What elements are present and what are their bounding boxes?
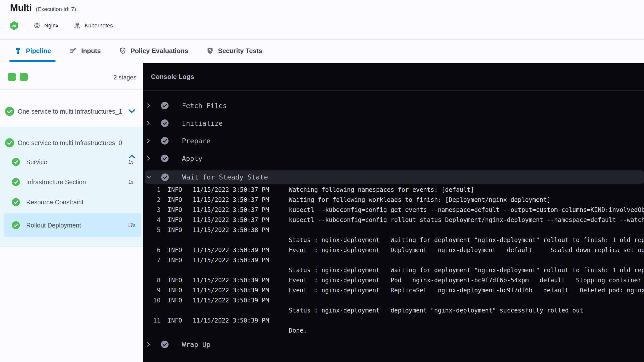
tab-pipeline[interactable]: Pipeline xyxy=(14,40,51,62)
log-timestamp: 11/15/2022 3:50:39 PM xyxy=(193,287,270,294)
log-timestamp: 11/15/2022 3:50:38 PM xyxy=(193,227,270,234)
log-line-number: 7 xyxy=(148,257,160,264)
log-section-initialize[interactable]: Initialize xyxy=(143,114,644,132)
log-section-wait-for-steady-state[interactable]: Wait for Steady State xyxy=(145,170,644,184)
log-message: kubectl --kubeconfig=config rollout stat… xyxy=(289,216,644,223)
log-level: INFO xyxy=(168,186,182,193)
tab-policy-evaluations[interactable]: Policy Evaluations xyxy=(119,40,188,62)
stage-count-label: 2 stages xyxy=(113,74,136,81)
log-message: Event : nginx-deployment Deployment ngin… xyxy=(289,247,644,254)
tab-inputs-label: Inputs xyxy=(81,47,101,55)
stage-item-infrastructures-1[interactable]: One service to multi Infrastructures_1 xyxy=(0,89,143,116)
log-line-number: 6 xyxy=(148,247,160,254)
success-check-icon xyxy=(12,158,20,166)
log-timestamp: 11/15/2022 3:50:39 PM xyxy=(193,277,270,284)
inputs-icon xyxy=(69,47,77,55)
stage-status-square[interactable] xyxy=(20,73,28,81)
tab-security-tests-label: Security Tests xyxy=(218,47,262,55)
title-row: Multi (Execution Id: 7) xyxy=(10,3,76,13)
log-line: 11 INFO 11/15/2022 3:50:39 PM xyxy=(143,315,644,326)
log-timestamp: 11/15/2022 3:50:37 PM xyxy=(193,186,270,193)
step-row-rollout-deployment[interactable]: Rollout Deployment 17s xyxy=(4,213,141,237)
log-level: INFO xyxy=(168,287,182,294)
log-section-label: Apply xyxy=(182,155,202,162)
success-check-icon xyxy=(161,173,169,181)
log-line-number: 4 xyxy=(148,216,160,223)
step-label: Rollout Deployment xyxy=(26,222,81,229)
log-message: Status : nginx-deployment Waiting for de… xyxy=(289,237,644,244)
log-message: Status : nginx-deployment Waiting for de… xyxy=(289,267,644,274)
page-title: Multi xyxy=(10,3,32,13)
log-section-prepare[interactable]: Prepare xyxy=(143,132,644,150)
log-section-label: Wrap Up xyxy=(182,341,211,348)
console-title: Console Logs xyxy=(151,73,194,81)
log-message: Watching following namespaces for events… xyxy=(289,186,644,193)
log-level: INFO xyxy=(168,206,182,213)
console-logs-panel: Console Logs Fetch Files Initialize xyxy=(143,63,644,362)
tab-security-tests[interactable]: Security Tests xyxy=(206,40,262,62)
service-name: Nginx xyxy=(44,22,58,29)
log-output: 1 INFO 11/15/2022 3:50:37 PM Watching fo… xyxy=(143,185,644,336)
log-message: Waiting for following workloads to finis… xyxy=(289,196,644,203)
chevron-right-icon[interactable] xyxy=(146,120,152,126)
chevron-down-icon[interactable] xyxy=(128,109,135,113)
execution-header: Multi (Execution Id: 7) ∞ Nginx xyxy=(0,0,644,40)
success-check-icon xyxy=(161,154,169,162)
chevron-down-icon[interactable] xyxy=(147,175,152,179)
stage-status-square[interactable] xyxy=(8,73,16,81)
log-line: 8 INFO 11/15/2022 3:50:39 PM Event : ngi… xyxy=(143,275,644,285)
success-check-icon xyxy=(12,221,20,229)
step-row-service[interactable]: Service 1s xyxy=(0,152,143,172)
log-line: 9 INFO 11/15/2022 3:50:39 PM Event : ngi… xyxy=(143,285,644,295)
log-level: INFO xyxy=(168,216,182,223)
success-check-icon xyxy=(161,137,169,145)
log-level: INFO xyxy=(168,196,182,203)
log-level: INFO xyxy=(168,277,182,284)
log-line-number: 8 xyxy=(148,277,160,284)
success-check-icon xyxy=(12,178,20,186)
log-timestamp: 11/15/2022 3:50:39 PM xyxy=(193,247,270,254)
console-header: Console Logs xyxy=(143,63,644,90)
success-check-icon xyxy=(12,198,20,206)
step-duration: 17s xyxy=(128,222,136,228)
chevron-right-icon[interactable] xyxy=(146,103,152,108)
log-section-label: Wait for Steady State xyxy=(182,173,268,181)
step-row-infrastructure-section[interactable]: Infrastructure Section 1s xyxy=(0,172,143,192)
stage-item-infrastructures-0[interactable]: One service to multi Infrastructures_0 xyxy=(0,127,143,148)
log-line: 6 INFO 11/15/2022 3:50:39 PM Event : ngi… xyxy=(143,245,644,255)
success-check-icon xyxy=(5,107,14,116)
step-duration: 1s xyxy=(128,179,134,185)
kubernetes-infra-icon xyxy=(73,22,81,29)
log-line-number: 10 xyxy=(148,297,160,304)
log-line-number: 3 xyxy=(148,206,160,213)
stage-title: One service to multi Infrastructures_0 xyxy=(0,138,143,148)
log-line: Done. xyxy=(143,326,644,336)
log-section-wrap-up[interactable]: Wrap Up xyxy=(143,336,644,353)
log-timestamp: 11/15/2022 3:50:37 PM xyxy=(193,196,270,203)
log-section-apply[interactable]: Apply xyxy=(143,150,644,167)
log-line-number: 5 xyxy=(148,227,160,234)
log-line-number: 11 xyxy=(148,317,160,324)
tab-pipeline-label: Pipeline xyxy=(26,47,51,55)
log-line: 10 INFO 11/15/2022 3:50:39 PM xyxy=(143,295,644,305)
tab-inputs[interactable]: Inputs xyxy=(69,40,101,62)
log-section-fetch-files[interactable]: Fetch Files xyxy=(143,97,644,114)
execution-tabs: Pipeline Inputs Policy Evaluations Secur… xyxy=(0,40,644,62)
service-meta[interactable]: Nginx xyxy=(33,22,58,29)
chevron-right-icon[interactable] xyxy=(146,342,152,347)
infrastructure-meta[interactable]: Kubernetes xyxy=(73,22,113,29)
step-label: Infrastructure Section xyxy=(26,178,86,186)
log-level: INFO xyxy=(168,227,182,234)
success-check-icon xyxy=(161,102,169,110)
log-section-label: Fetch Files xyxy=(182,102,227,110)
log-line: 2 INFO 11/15/2022 3:50:37 PM Waiting for… xyxy=(143,195,644,205)
chevron-right-icon[interactable] xyxy=(146,156,152,161)
console-body: Fetch Files Initialize Prepare xyxy=(143,90,644,353)
log-message: kubectl --kubeconfig=config get events -… xyxy=(289,206,644,213)
step-row-resource-constraint[interactable]: Resource Constraint xyxy=(0,192,143,212)
chevron-right-icon[interactable] xyxy=(146,138,152,144)
log-timestamp: 11/15/2022 3:50:39 PM xyxy=(193,317,270,324)
execution-id: (Execution Id: 7) xyxy=(36,6,76,13)
infrastructure-name: Kubernetes xyxy=(85,22,113,29)
log-message: Event : nginx-deployment Pod nginx-deplo… xyxy=(289,277,644,284)
